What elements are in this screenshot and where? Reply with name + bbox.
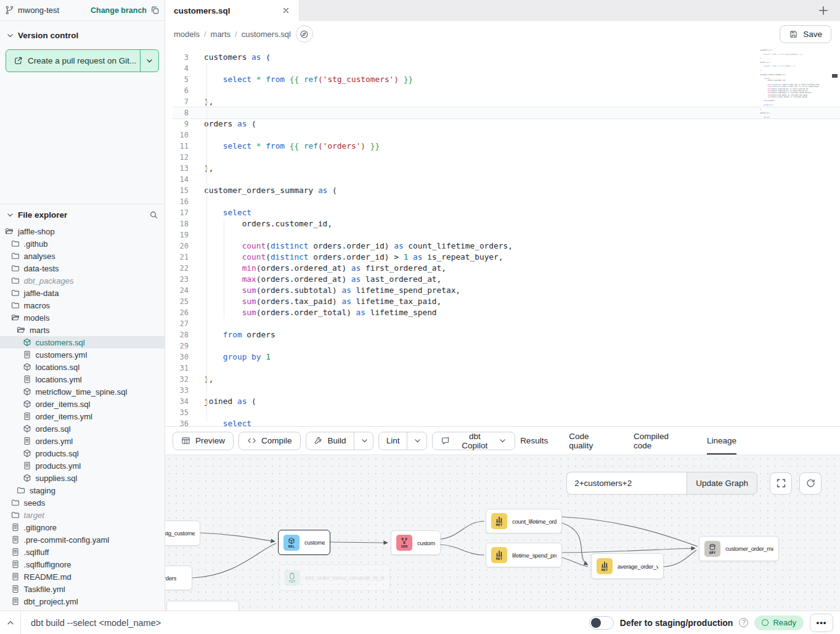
code-line[interactable]: 34joined as ( xyxy=(173,396,840,407)
tab-code-quality[interactable]: Code quality xyxy=(569,427,613,455)
save-button[interactable]: Save xyxy=(780,25,831,43)
tree-item-staging[interactable]: staging xyxy=(0,484,165,496)
minimap[interactable]: customers as ( select * from {{ ref('stg… xyxy=(760,49,819,118)
lineage-node-count_lifetime_orders[interactable]: METcount_lifetime_orders xyxy=(486,509,562,533)
tree-item-models[interactable]: models xyxy=(0,311,165,324)
refresh-button[interactable] xyxy=(799,472,822,495)
code-line[interactable]: 5 select * from {{ ref('stg_customers') … xyxy=(173,74,840,85)
create-pr-button[interactable]: Create a pull request on Git... xyxy=(6,50,140,72)
tree-item-README.md[interactable]: README.md xyxy=(0,570,165,583)
code-line[interactable]: 27 xyxy=(173,318,840,329)
tab-results[interactable]: Results xyxy=(520,427,548,455)
search-icon[interactable] xyxy=(149,210,158,220)
breadcrumb-file[interactable]: customers.sql xyxy=(242,30,291,39)
status-badge[interactable]: Ready xyxy=(754,615,804,630)
code-line[interactable]: 4 xyxy=(173,63,840,74)
code-line[interactable]: 26 sum(orders.order_total) as lifetime_s… xyxy=(173,307,840,318)
tree-item-supplies.sql[interactable]: supplies.sql xyxy=(0,472,165,484)
create-pr-caret-button[interactable] xyxy=(140,50,158,72)
code-line[interactable]: 22 min(orders.ordered_at) as first_order… xyxy=(173,263,840,274)
code-line[interactable]: 18 orders.customer_id, xyxy=(173,218,840,229)
breadcrumb-marts[interactable]: marts xyxy=(211,30,231,39)
tree-item-marts[interactable]: marts xyxy=(0,324,165,336)
code-line[interactable]: 7), xyxy=(173,96,840,107)
code-line[interactable]: 23 max(orders.ordered_at) as last_ordere… xyxy=(173,274,840,285)
collapse-panel-button[interactable] xyxy=(0,611,21,634)
code-line[interactable]: 6 xyxy=(173,85,840,96)
code-line[interactable]: 15customer_orders_summary as ( xyxy=(173,185,840,196)
tree-item-data-tests[interactable]: data-tests xyxy=(0,262,165,274)
code-line[interactable]: 24 sum(orders.subtotal) as lifetime_spen… xyxy=(173,285,840,296)
lineage-node-stg_customers[interactable]: MDLstg_customers xyxy=(165,521,200,546)
tree-item-order_items.yml[interactable]: order_items.yml xyxy=(0,410,165,422)
tree-item-macros[interactable]: macros xyxy=(0,299,165,311)
help-icon[interactable]: ? xyxy=(739,618,748,627)
tree-item-seeds[interactable]: seeds xyxy=(0,496,165,509)
code-line[interactable]: 25 sum(orders.tax_paid) as lifetime_tax_… xyxy=(173,296,840,307)
code-lines[interactable]: 3customers as (4 5 select * from {{ ref(… xyxy=(165,47,840,427)
build-caret-button[interactable] xyxy=(354,432,373,450)
tree-item-products.yml[interactable]: products.yml xyxy=(0,459,165,472)
new-tab-button[interactable] xyxy=(816,3,831,18)
code-line[interactable]: 31 xyxy=(173,363,840,374)
lineage-node-average_order_value[interactable]: METaverage_order_value xyxy=(591,553,664,579)
tree-item-order_items.sql[interactable]: order_items.sql xyxy=(0,398,165,410)
code-line[interactable]: 11 select * from {{ ref('orders') }} xyxy=(173,141,840,152)
code-line[interactable]: 28 from orders xyxy=(173,329,840,340)
tree-item-locations.sql[interactable]: locations.sql xyxy=(0,361,165,373)
lint-button[interactable]: Lint xyxy=(379,432,407,450)
code-line[interactable]: 8 xyxy=(173,107,840,118)
dbt-copilot-button[interactable]: dbt Copilot xyxy=(432,432,515,450)
code-line[interactable]: 17 select xyxy=(173,207,840,218)
tree-item-dbt_packages[interactable]: dbt_packages xyxy=(0,274,165,287)
lineage-node-customer_order_metrics[interactable]: QRYcustomer_order_metrics xyxy=(699,536,779,561)
tree-item-locations.yml[interactable]: locations.yml xyxy=(0,373,165,385)
tree-item-target[interactable]: target xyxy=(0,509,165,521)
code-editor[interactable]: 3customers as (4 5 select * from {{ ref(… xyxy=(165,47,840,427)
code-line[interactable]: 13), xyxy=(173,163,840,174)
code-line[interactable]: 21 count(distinct orders.order_id) > 1 a… xyxy=(173,252,840,263)
lint-caret-button[interactable] xyxy=(407,432,427,450)
tree-item-.sqlfluff[interactable]: .sqlfluff xyxy=(0,546,165,558)
compile-button[interactable]: Compile xyxy=(239,432,301,450)
code-line[interactable]: 9orders as ( xyxy=(173,118,840,130)
code-line[interactable]: 29 xyxy=(173,340,840,352)
tree-item-orders.sql[interactable]: orders.sql xyxy=(0,422,165,435)
build-button[interactable]: Build xyxy=(306,432,354,450)
lineage-node-customers-semantic[interactable]: SEMcustomers xyxy=(391,530,441,555)
lineage-panel[interactable]: MDLstg_customersMDLordersMDLcustomersTST… xyxy=(165,455,840,611)
scrollbar-marker[interactable] xyxy=(832,74,838,78)
more-options-button[interactable]: ••• xyxy=(810,614,833,632)
tab-customers-sql[interactable]: customers.sql xyxy=(165,0,300,21)
lineage-selector-input[interactable] xyxy=(566,472,687,495)
tab-lineage[interactable]: Lineage xyxy=(707,427,736,455)
code-line[interactable]: 19 xyxy=(173,229,840,241)
dbt-command-text[interactable]: dbt build --select <model_name> xyxy=(31,618,161,628)
tree-item-dbt_project.yml[interactable]: dbt_project.yml xyxy=(0,595,165,607)
code-line[interactable]: 30 group by 1 xyxy=(173,352,840,363)
tree-item-products.sql[interactable]: products.sql xyxy=(0,447,165,459)
code-line[interactable]: 14 xyxy=(173,174,840,185)
code-line[interactable]: 3customers as ( xyxy=(173,52,840,63)
docs-compass-button[interactable] xyxy=(296,25,313,43)
breadcrumb-models[interactable]: models xyxy=(174,30,200,39)
change-branch-link[interactable]: Change branch xyxy=(91,6,147,15)
tree-item-customers.sql[interactable]: customers.sql xyxy=(0,336,165,348)
tree-item-customers.yml[interactable]: customers.yml xyxy=(0,348,165,361)
tree-item-analyses[interactable]: analyses xyxy=(0,250,165,262)
tree-item-metricflow_time_spine.sql[interactable]: metricflow_time_spine.sql xyxy=(0,385,165,398)
code-line[interactable]: 36 select xyxy=(173,418,840,427)
version-control-header[interactable]: Version control xyxy=(0,26,165,44)
update-graph-button[interactable]: Update Graph xyxy=(687,472,757,495)
tree-item-.github[interactable]: .github xyxy=(0,237,165,250)
code-line[interactable]: 16 xyxy=(173,196,840,207)
tree-item-jaffle-data[interactable]: jaffle-data xyxy=(0,287,165,299)
tree-item-Taskfile.yml[interactable]: Taskfile.yml xyxy=(0,583,165,595)
lineage-node-test-order-items[interactable]: TSTtest_order_items_compute_to_bools... xyxy=(279,564,390,591)
tree-item-jaffle-shop[interactable]: jaffle-shop xyxy=(0,225,165,237)
code-line[interactable]: 10 xyxy=(173,130,840,141)
code-line[interactable]: 12 xyxy=(173,152,840,163)
code-line[interactable]: 32), xyxy=(173,374,840,385)
tree-item-.gitignore[interactable]: .gitignore xyxy=(0,521,165,533)
lineage-node-orders[interactable]: MDLorders xyxy=(165,566,192,590)
